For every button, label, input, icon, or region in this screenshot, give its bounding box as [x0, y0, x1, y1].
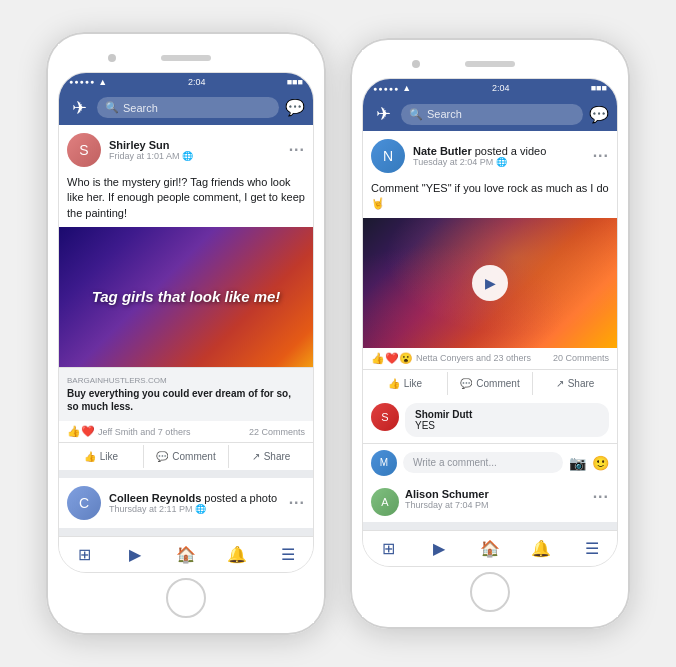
post-text-nate: Comment "YES" if you love rock as much a…: [363, 181, 617, 218]
play-button[interactable]: ▶: [472, 265, 508, 301]
phone-top-bar-left: [58, 44, 314, 72]
fb-logo-icon: ✈: [67, 97, 91, 119]
like-btn-shirley[interactable]: 👍 Like: [59, 445, 144, 468]
comment-input[interactable]: Write a comment...: [403, 452, 563, 473]
post-shirley-header: S Shirley Sun Friday at 1:01 AM 🌐 ···: [59, 125, 313, 175]
link-source: BARGAINHUSTLERS.COM: [67, 376, 305, 385]
signal-dots-right: ●●●●●: [373, 85, 399, 92]
nav-marketplace-right[interactable]: 🏠: [465, 531, 516, 566]
comment-text-shomir: YES: [415, 420, 599, 431]
search-bar-left[interactable]: 🔍 Search: [97, 97, 279, 118]
camera-dot: [108, 54, 116, 62]
battery-left: ■■■: [287, 77, 303, 87]
camera-dot-right: [412, 60, 420, 68]
post-shirley-meta: Shirley Sun Friday at 1:01 AM 🌐: [109, 139, 281, 161]
post-author-nate: Nate Butler posted a video: [413, 145, 585, 157]
comment-alison: A Alison Schumer Thursday at 7:04 PM ···: [363, 482, 617, 522]
camera-comment-icon[interactable]: 📷: [569, 455, 586, 471]
comment-btn-nate[interactable]: 💬 Comment: [448, 372, 533, 395]
comment-shomir: S Shomir Dutt YES: [363, 397, 617, 443]
post-time-colleen: Thursday at 2:11 PM 🌐: [109, 504, 281, 514]
status-bar-left: ●●●●● ▲ 2:04 ■■■: [59, 73, 313, 91]
painting-background: Tag girls that look like me!: [59, 227, 313, 367]
reactions-row-nate: 👍❤️😮 Netta Conyers and 23 others 20 Comm…: [363, 348, 617, 370]
avatar-me: M: [371, 450, 397, 476]
share-label-shirley: Share: [264, 451, 291, 462]
nav-menu-right[interactable]: ☰: [566, 531, 617, 566]
speaker: [161, 55, 211, 61]
action-row-shirley: 👍 Like 💬 Comment ↗ Share: [59, 443, 313, 470]
post-colleen-meta: Colleen Reynolds posted a photo Thursday…: [109, 492, 281, 514]
post-time-shirley: Friday at 1:01 AM 🌐: [109, 151, 281, 161]
comment-label-nate: Comment: [476, 378, 519, 389]
nav-video-right[interactable]: ▶: [414, 531, 465, 566]
time-right: 2:04: [492, 83, 510, 93]
share-btn-nate[interactable]: ↗ Share: [533, 372, 617, 395]
post-nate-meta: Nate Butler posted a video Tuesday at 2:…: [413, 145, 585, 167]
phone-bottom-right: [362, 567, 618, 617]
comment-btn-shirley[interactable]: 💬 Comment: [144, 445, 229, 468]
comment-author-shomir: Shomir Dutt: [415, 409, 599, 420]
post-colleen: C Colleen Reynolds posted a photo Thursd…: [59, 478, 313, 528]
nav-video-left[interactable]: ▶: [110, 537, 161, 572]
home-button-right[interactable]: [470, 572, 510, 612]
emoji-comment-icon[interactable]: 🙂: [592, 455, 609, 471]
reaction-emojis-shirley: 👍❤️: [67, 425, 95, 438]
share-icon-nate: ↗: [556, 378, 564, 389]
search-label-right: Search: [427, 108, 462, 120]
post-action-colleen: posted a photo: [204, 492, 277, 504]
reaction-emojis-nate: 👍❤️😮: [371, 352, 413, 365]
post-nate-header: N Nate Butler posted a video Tuesday at …: [363, 131, 617, 181]
comment-bubble-shomir: Shomir Dutt YES: [405, 403, 609, 437]
feed-right: N Nate Butler posted a video Tuesday at …: [363, 131, 617, 530]
messenger-icon-left[interactable]: 💬: [285, 98, 305, 117]
nav-notifications-right[interactable]: 🔔: [515, 531, 566, 566]
messenger-icon-right[interactable]: 💬: [589, 105, 609, 124]
like-icon-shirley: 👍: [84, 451, 96, 462]
phone-screen-right: ●●●●● ▲ 2:04 ■■■ ✈ 🔍 Search 💬: [362, 78, 618, 567]
avatar-nate: N: [371, 139, 405, 173]
link-preview-shirley[interactable]: BARGAINHUSTLERS.COM Buy everything you c…: [59, 367, 313, 421]
action-row-nate: 👍 Like 💬 Comment ↗ Share: [363, 370, 617, 397]
alison-name: Alison Schumer: [405, 488, 587, 500]
link-title: Buy everything you could ever dream of f…: [67, 387, 305, 413]
scene: ●●●●● ▲ 2:04 ■■■ ✈ 🔍 Search 💬: [26, 12, 650, 655]
avatar-shirley: S: [67, 133, 101, 167]
comment-input-row: M Write a comment... 📷 🙂: [363, 443, 617, 482]
post-more-colleen[interactable]: ···: [289, 494, 305, 512]
painting-overlay-text: Tag girls that look like me!: [82, 277, 291, 317]
post-nate: N Nate Butler posted a video Tuesday at …: [363, 131, 617, 522]
reaction-names-shirley: Jeff Smith and 7 others: [98, 427, 190, 437]
post-more-shirley[interactable]: ···: [289, 141, 305, 159]
feed-left: S Shirley Sun Friday at 1:01 AM 🌐 ··· Wh…: [59, 125, 313, 536]
phone-top-bar-right: [362, 50, 618, 78]
reactions-row-shirley: 👍❤️ Jeff Smith and 7 others 22 Comments: [59, 421, 313, 443]
phone-right: ●●●●● ▲ 2:04 ■■■ ✈ 🔍 Search 💬: [350, 38, 630, 629]
bottom-nav-right: ⊞ ▶ 🏠 🔔 ☰: [363, 530, 617, 566]
comment-icon-nate: 💬: [460, 378, 472, 389]
like-btn-nate[interactable]: 👍 Like: [363, 372, 448, 395]
signal-dots: ●●●●●: [69, 78, 95, 85]
nav-marketplace-left[interactable]: 🏠: [161, 537, 212, 572]
reaction-info-nate: 👍❤️😮 Netta Conyers and 23 others: [371, 352, 531, 365]
search-icon-right: 🔍: [409, 108, 423, 121]
phone-bottom-left: [58, 573, 314, 623]
like-label-shirley: Like: [100, 451, 118, 462]
nav-notifications-left[interactable]: 🔔: [211, 537, 262, 572]
post-text-shirley: Who is the mystery girl!? Tag friends wh…: [59, 175, 313, 227]
video-thumbnail[interactable]: ▶: [363, 218, 617, 348]
post-image-shirley: Tag girls that look like me!: [59, 227, 313, 367]
comment-count-nate: 20 Comments: [553, 353, 609, 363]
home-button-left[interactable]: [166, 578, 206, 618]
search-bar-right[interactable]: 🔍 Search: [401, 104, 583, 125]
post-more-alison[interactable]: ···: [593, 488, 609, 516]
post-more-nate[interactable]: ···: [593, 147, 609, 165]
nav-menu-left[interactable]: ☰: [262, 537, 313, 572]
post-shirley: S Shirley Sun Friday at 1:01 AM 🌐 ··· Wh…: [59, 125, 313, 470]
share-btn-shirley[interactable]: ↗ Share: [229, 445, 313, 468]
status-bar-right: ●●●●● ▲ 2:04 ■■■: [363, 79, 617, 97]
comment-label-shirley: Comment: [172, 451, 215, 462]
nav-home-left[interactable]: ⊞: [59, 537, 110, 572]
comment-count-shirley: 22 Comments: [249, 427, 305, 437]
nav-home-right[interactable]: ⊞: [363, 531, 414, 566]
